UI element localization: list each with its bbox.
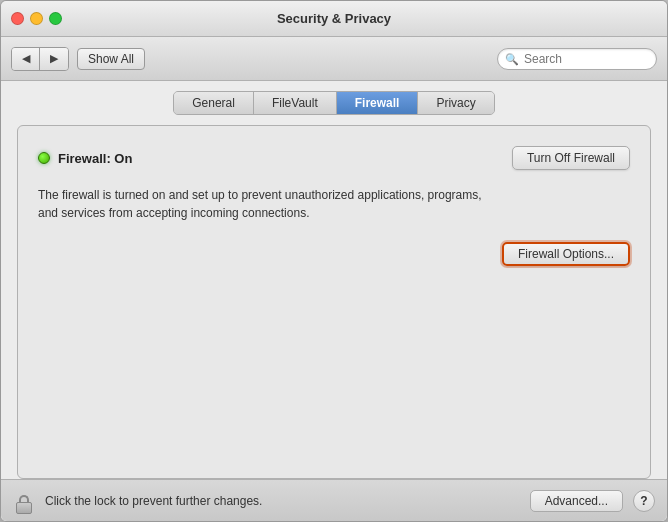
tab-general[interactable]: General: [174, 92, 254, 114]
tab-firewall[interactable]: Firewall: [337, 92, 419, 114]
bottom-bar: Click the lock to prevent further change…: [1, 479, 667, 521]
lock-text: Click the lock to prevent further change…: [45, 494, 520, 508]
firewall-status-label: Firewall: On: [58, 151, 132, 166]
main-content: General FileVault Firewall Privacy Firew…: [1, 81, 667, 479]
traffic-lights: [11, 12, 62, 25]
help-button[interactable]: ?: [633, 490, 655, 512]
firewall-options-row: Firewall Options...: [38, 242, 630, 266]
turn-off-firewall-button[interactable]: Turn Off Firewall: [512, 146, 630, 170]
status-left: Firewall: On: [38, 151, 132, 166]
minimize-button[interactable]: [30, 12, 43, 25]
nav-buttons: ◀ ▶: [11, 47, 69, 71]
lock-body: [16, 502, 32, 514]
maximize-button[interactable]: [49, 12, 62, 25]
titlebar: Security & Privacy: [1, 1, 667, 37]
search-wrapper: 🔍: [497, 48, 657, 70]
toolbar: ◀ ▶ Show All 🔍: [1, 37, 667, 81]
forward-button[interactable]: ▶: [40, 48, 68, 70]
firewall-options-button[interactable]: Firewall Options...: [502, 242, 630, 266]
lock-icon[interactable]: [13, 488, 35, 514]
back-button[interactable]: ◀: [12, 48, 40, 70]
tab-group: General FileVault Firewall Privacy: [173, 91, 495, 115]
content-panel: Firewall: On Turn Off Firewall The firew…: [17, 125, 651, 479]
tab-privacy[interactable]: Privacy: [418, 92, 493, 114]
show-all-button[interactable]: Show All: [77, 48, 145, 70]
firewall-status-row: Firewall: On Turn Off Firewall: [38, 146, 630, 170]
close-button[interactable]: [11, 12, 24, 25]
search-input[interactable]: [497, 48, 657, 70]
tab-filevault[interactable]: FileVault: [254, 92, 337, 114]
advanced-button[interactable]: Advanced...: [530, 490, 623, 512]
tabs: General FileVault Firewall Privacy: [17, 91, 651, 115]
search-icon: 🔍: [505, 52, 519, 65]
firewall-description: The firewall is turned on and set up to …: [38, 186, 498, 222]
status-indicator: [38, 152, 50, 164]
main-window: Security & Privacy ◀ ▶ Show All 🔍 Genera…: [0, 0, 668, 522]
window-title: Security & Privacy: [277, 11, 391, 26]
